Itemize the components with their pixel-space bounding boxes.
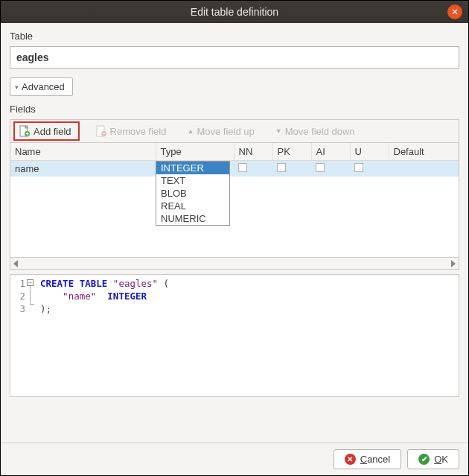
fields-label: Fields [10, 104, 459, 115]
chevron-down-icon: ▾ [15, 83, 19, 91]
cell-nn[interactable] [234, 161, 272, 177]
cell-ai[interactable] [311, 161, 350, 177]
move-field-down-button[interactable]: ▼ Move field down [272, 124, 359, 139]
type-option-real[interactable]: REAL [156, 200, 229, 212]
advanced-label: Advanced [22, 81, 65, 92]
col-name[interactable]: Name [10, 143, 156, 161]
ok-mnemonic: O [434, 454, 441, 465]
fields-toolbar: Add field Remove field ▲ Move field up ▼… [10, 119, 459, 142]
kw-table: TABLE [80, 278, 108, 289]
document-remove-icon [95, 125, 107, 137]
table-row[interactable]: name INTEGER TEXT BLOB REAL NUMERIC [10, 161, 459, 177]
table-header-row: Name Type NN PK AI U Default [10, 143, 459, 161]
type-option-text[interactable]: TEXT [156, 174, 229, 187]
line-gutter: 123 [10, 275, 27, 396]
cancel-rest: ancel [367, 454, 390, 465]
close-icon[interactable]: ✕ [447, 4, 462, 19]
sql-paren-close: ); [40, 303, 51, 314]
nn-checkbox[interactable] [238, 163, 247, 172]
table-name-input[interactable] [10, 46, 459, 69]
sql-paren-open: ( [158, 278, 169, 289]
add-field-button[interactable]: Add field [15, 123, 78, 139]
horizontal-scrollbar[interactable] [10, 258, 459, 270]
col-ai[interactable]: AI [311, 143, 350, 161]
cell-name[interactable]: name [10, 161, 156, 177]
remove-field-button[interactable]: Remove field [92, 123, 170, 139]
move-field-up-button[interactable]: ▲ Move field up [183, 124, 258, 139]
ok-rest: K [441, 454, 448, 465]
add-field-label: Add field [34, 126, 71, 137]
sql-preview[interactable]: 123 − CREATE TABLE "eagles" ( "name" INT… [10, 274, 459, 397]
cell-default[interactable] [389, 161, 459, 177]
sql-colname: "name" [63, 291, 96, 302]
advanced-button[interactable]: ▾ Advanced [10, 77, 73, 96]
u-checkbox[interactable] [354, 163, 363, 172]
ok-icon: ✔ [418, 454, 430, 465]
pk-checkbox[interactable] [277, 163, 286, 172]
fields-table: Name Type NN PK AI U Default name [10, 143, 459, 177]
cancel-icon: ✕ [345, 454, 356, 465]
type-option-numeric[interactable]: NUMERIC [156, 212, 229, 225]
triangle-up-icon: ▲ [187, 127, 194, 135]
type-option-blob[interactable]: BLOB [156, 187, 229, 200]
type-select-dropdown[interactable]: INTEGER TEXT BLOB REAL NUMERIC [156, 161, 230, 226]
fields-table-wrap: Name Type NN PK AI U Default name [10, 142, 459, 258]
move-down-label: Move field down [285, 126, 355, 137]
dialog-footer: ✕ Cancel ✔ OK [1, 442, 468, 475]
table-label: Table [10, 31, 459, 42]
kw-create: CREATE [40, 278, 74, 289]
dialog-content: Table ▾ Advanced Fields Add field Remove… [1, 23, 468, 442]
cell-pk[interactable] [272, 161, 311, 177]
sql-coltype: INTEGER [107, 291, 147, 302]
cell-u[interactable] [350, 161, 389, 177]
col-u[interactable]: U [350, 143, 389, 161]
ai-checkbox[interactable] [316, 163, 325, 172]
type-option-integer[interactable]: INTEGER [156, 162, 229, 174]
col-default[interactable]: Default [389, 143, 459, 161]
sql-code: CREATE TABLE "eagles" ( "name" INTEGER )… [37, 275, 173, 396]
remove-field-label: Remove field [110, 126, 167, 137]
triangle-down-icon: ▼ [275, 127, 282, 135]
titlebar: Edit table definition ✕ [1, 1, 468, 23]
sql-tablename: "eagles" [113, 278, 158, 289]
cell-type[interactable]: INTEGER TEXT BLOB REAL NUMERIC [156, 161, 234, 177]
move-up-label: Move field up [197, 126, 254, 137]
col-type[interactable]: Type [156, 143, 234, 161]
fields-section: Fields Add field Remove field ▲ Move fie… [10, 104, 459, 437]
cancel-mnemonic: C [360, 454, 367, 465]
document-add-icon [19, 125, 31, 137]
fold-gutter[interactable]: − [27, 275, 37, 396]
col-nn[interactable]: NN [234, 143, 272, 161]
window-title: Edit table definition [191, 6, 278, 18]
fold-minus-icon[interactable]: − [27, 279, 34, 286]
ok-button[interactable]: ✔ OK [407, 449, 459, 469]
cancel-button[interactable]: ✕ Cancel [334, 449, 401, 469]
col-pk[interactable]: PK [272, 143, 311, 161]
